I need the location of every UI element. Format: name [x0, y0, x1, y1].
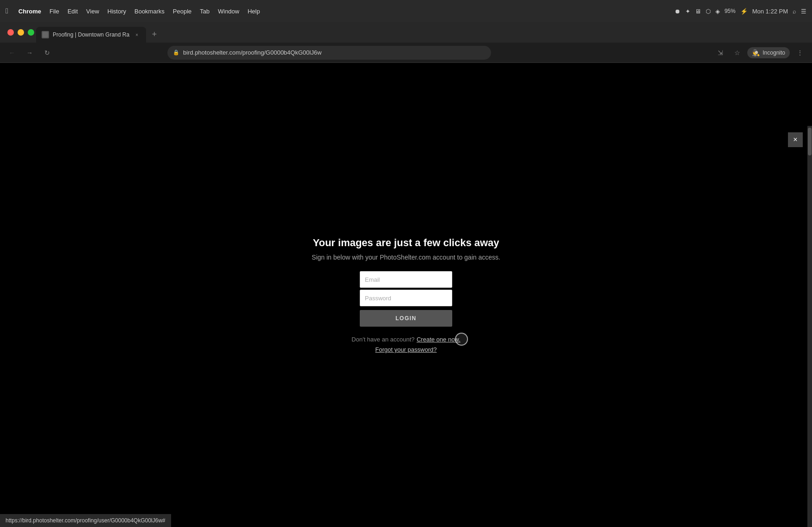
incognito-icon: 🕵: [752, 49, 760, 56]
tab-title: Proofing | Downtown Grand Ra: [53, 31, 129, 38]
menu-chrome[interactable]: Chrome: [18, 8, 41, 15]
scrollbar[interactable]: [807, 126, 812, 527]
search-icon[interactable]: ⌕: [793, 8, 796, 15]
bluetooth-icon: ⬡: [706, 8, 711, 15]
forward-button[interactable]: →: [23, 46, 36, 59]
list-icon[interactable]: ☰: [801, 8, 806, 15]
login-button[interactable]: LOGIN: [360, 310, 452, 327]
no-account-text: Don't have an account?: [351, 336, 414, 343]
display-icon: 🖥: [695, 8, 701, 15]
charge-icon: ⚡: [740, 8, 748, 15]
traffic-lights: [7, 29, 34, 36]
menu-tab[interactable]: Tab: [200, 8, 209, 15]
reload-button[interactable]: ↻: [41, 46, 54, 59]
bookmark-star-icon[interactable]: ☆: [731, 46, 744, 59]
page-subheadline: Sign in below with your PhotoShelter.com…: [312, 254, 500, 261]
create-account-wrapper: Create one now.: [417, 335, 461, 343]
login-container: Your images are just a few clicks away S…: [312, 237, 500, 353]
create-account-link[interactable]: Create one now.: [417, 336, 461, 343]
menu-bar-right: ⏺ ✦ 🖥 ⬡ ◈ 95% ⚡ Mon 1:22 PM ⌕ ☰: [675, 8, 806, 15]
login-form: LOGIN: [360, 271, 452, 327]
battery-indicator: 95%: [725, 8, 736, 14]
address-bar-right: ⇲ ☆ 🕵 Incognito ⋮: [714, 46, 806, 59]
tab-favicon-icon: [42, 31, 49, 38]
status-bar: https://bird.photoshelter.com/proofing/u…: [0, 514, 171, 527]
menu-people[interactable]: People: [173, 8, 191, 15]
maximize-window-button[interactable]: [28, 29, 34, 36]
email-input[interactable]: [360, 271, 452, 288]
incognito-badge: 🕵 Incognito: [747, 47, 790, 58]
links-area: Don't have an account? Create one now. F…: [351, 335, 460, 353]
close-window-button[interactable]: [7, 29, 14, 36]
back-button[interactable]: ←: [6, 46, 18, 59]
cast-icon[interactable]: ⇲: [714, 46, 727, 59]
active-tab[interactable]: Proofing | Downtown Grand Ra ×: [36, 27, 146, 43]
wifi-icon: ◈: [715, 8, 720, 15]
password-input[interactable]: [360, 290, 452, 306]
browser-content: × Your images are just a few clicks away…: [0, 63, 812, 527]
record-icon: ⏺: [675, 8, 681, 15]
address-bar: ← → ↻ 🔒 bird.photoshelter.com/proofing/G…: [0, 43, 812, 63]
menu-edit[interactable]: Edit: [68, 8, 78, 15]
tabs-container: Proofing | Downtown Grand Ra × +: [36, 22, 161, 43]
menu-dots-icon[interactable]: ⋮: [794, 46, 806, 59]
minimize-window-button[interactable]: [18, 29, 24, 36]
status-url: https://bird.photoshelter.com/proofing/u…: [6, 517, 166, 524]
forgot-password-link[interactable]: Forgot your password?: [351, 346, 460, 353]
menu-help[interactable]: Help: [247, 8, 260, 15]
menu-bar:  Chrome File Edit View History Bookmark…: [0, 0, 812, 22]
lock-icon: 🔒: [173, 50, 179, 56]
url-text: bird.photoshelter.com/proofing/G0000b4Qk…: [183, 49, 486, 56]
apple-logo-icon: : [6, 7, 8, 15]
menu-view[interactable]: View: [86, 8, 99, 15]
menu-history[interactable]: History: [107, 8, 126, 15]
menu-bookmarks[interactable]: Bookmarks: [135, 8, 165, 15]
menu-file[interactable]: File: [49, 8, 59, 15]
svg-rect-0: [43, 32, 48, 37]
menu-window[interactable]: Window: [218, 8, 239, 15]
clock: Mon 1:22 PM: [752, 8, 788, 15]
page-close-button[interactable]: ×: [788, 132, 803, 147]
tab-bar: Proofing | Downtown Grand Ra × +: [0, 22, 812, 43]
scrollbar-thumb[interactable]: [808, 128, 812, 155]
tab-close-button[interactable]: ×: [133, 31, 141, 38]
incognito-label: Incognito: [763, 50, 785, 56]
new-tab-button[interactable]: +: [148, 28, 161, 41]
page-headline: Your images are just a few clicks away: [313, 237, 499, 249]
dropbox-icon: ✦: [685, 8, 690, 15]
url-bar[interactable]: 🔒 bird.photoshelter.com/proofing/G0000b4…: [167, 46, 491, 60]
